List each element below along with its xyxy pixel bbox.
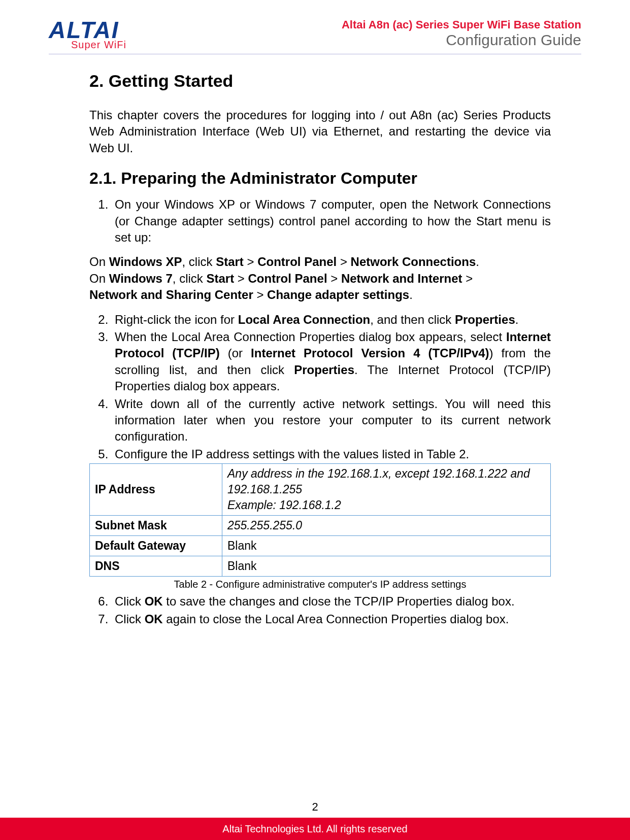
header-product: Altai A8n (ac) Series Super WiFi Base St… [342,18,581,31]
text-run: again to close the Local Area Connection… [163,612,509,626]
step-2: Right-click the icon for Local Area Conn… [112,312,551,328]
ip-settings-table: IP AddressAny address in the 192.168.1.x… [89,463,551,577]
table-row: Subnet Mask255.255.255.0 [90,516,551,536]
separator-icon: > [244,255,257,268]
table-cell-key: Default Gateway [90,536,222,556]
page-content: 2. Getting Started This chapter covers t… [89,70,551,627]
steps-list-cont: Right-click the icon for Local Area Conn… [89,312,551,463]
nav-start: Start [216,255,244,268]
table-cell-value: Blank [222,556,551,577]
section-number: 2. [89,71,104,90]
separator-icon: > [337,255,350,268]
nav-instructions: On Windows XP, click Start > Control Pan… [89,254,551,303]
table-row: Default GatewayBlank [90,536,551,556]
subsection-number: 2.1. [89,169,116,187]
ui-local-area-connection: Local Area Connection [238,313,370,326]
text-run: . [409,288,413,301]
nav-network-internet: Network and Internet [341,272,462,285]
separator-icon: > [327,272,341,285]
text-run: On [89,255,109,268]
text-run: Click [115,594,145,608]
text-run: Right-click the icon for [115,313,238,326]
page-header: ALTAI Super WiFi Altai A8n (ac) Series S… [49,18,581,54]
table-cell-key: Subnet Mask [90,516,222,536]
table-row: DNSBlank [90,556,551,577]
text-run: (or [220,346,251,360]
nav-sharing-center: Network and Sharing Center [89,288,253,301]
step-7: Click OK again to close the Local Area C… [112,611,551,627]
table-cell-value: Any address in the 192.168.1.x, except 1… [222,464,551,516]
footer-copyright: Altai Technologies Ltd. All rights reser… [0,818,630,840]
table-caption: Table 2 - Configure administrative compu… [89,578,551,591]
steps-list: On your Windows XP or Windows 7 computer… [89,196,551,246]
page-number: 2 [0,800,630,814]
ui-tcpipv4: Internet Protocol Version 4 (TCP/IPv4) [251,346,489,360]
text-run: On [89,272,109,285]
table-cell-key: DNS [90,556,222,577]
header-right: Altai A8n (ac) Series Super WiFi Base St… [342,18,581,49]
logo-main-text: ALTAI [49,18,126,42]
separator-icon: > [462,272,473,285]
nav-adapter-settings: Change adapter settings [267,288,409,301]
os-windows-7: Windows 7 [109,272,173,285]
subsection-heading: 2.1. Preparing the Administrator Compute… [89,167,551,189]
table-cell-value: Blank [222,536,551,556]
nav-start: Start [206,272,234,285]
step-3: When the Local Area Connection Propertie… [112,329,551,395]
ui-ok: OK [145,612,163,626]
text-run: to save the changes and close the TCP/IP… [163,594,515,608]
text-run: Click [115,612,145,626]
ui-ok: OK [145,594,163,608]
logo-sub-text: Super WiFi [71,40,126,50]
ui-properties: Properties [294,363,354,377]
section-title: Getting Started [109,71,234,90]
table-cell-key: IP Address [90,464,222,516]
logo: ALTAI Super WiFi [49,18,126,50]
ui-properties: Properties [455,313,515,326]
text-run: When the Local Area Connection Propertie… [115,330,506,344]
table-row: IP AddressAny address in the 192.168.1.x… [90,464,551,516]
step-5: Configure the IP address settings with t… [112,446,551,462]
section-heading: 2. Getting Started [89,70,551,93]
nav-control-panel: Control Panel [248,272,327,285]
step-4: Write down all of the currently active n… [112,396,551,445]
ip-settings-tbody: IP AddressAny address in the 192.168.1.x… [90,464,551,577]
table-cell-value: 255.255.255.0 [222,516,551,536]
nav-control-panel: Control Panel [257,255,337,268]
subsection-title: Preparing the Administrator Computer [121,169,417,187]
text-run: , click [173,272,207,285]
separator-icon: > [234,272,248,285]
text-run: . [515,313,519,326]
separator-icon: > [253,288,267,301]
section-intro: This chapter covers the procedures for l… [89,107,551,156]
text-run: , and then click [370,313,455,326]
steps-list-cont2: Click OK to save the changes and close t… [89,593,551,627]
document-page: ALTAI Super WiFi Altai A8n (ac) Series S… [0,0,630,840]
header-document-title: Configuration Guide [342,31,581,49]
text-run: , click [182,255,216,268]
step-6: Click OK to save the changes and close t… [112,593,551,610]
step-1: On your Windows XP or Windows 7 computer… [112,196,551,246]
os-windows-xp: Windows XP [109,255,182,268]
text-run: . [476,255,479,268]
nav-network-connections: Network Connections [351,255,476,268]
